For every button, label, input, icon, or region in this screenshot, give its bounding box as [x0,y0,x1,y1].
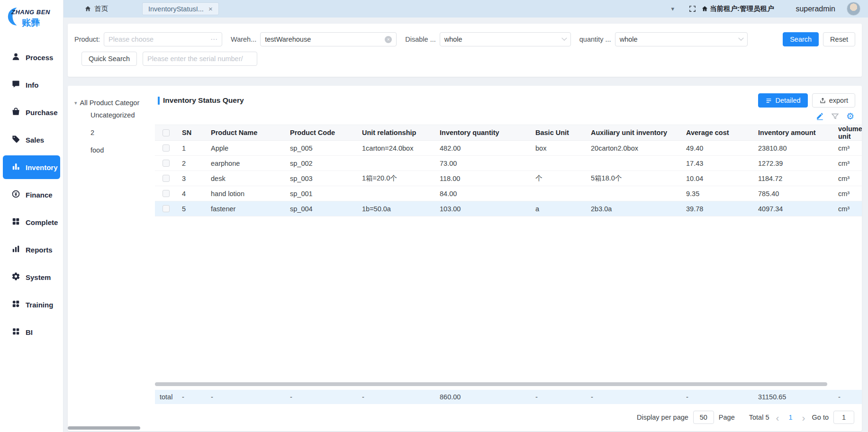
search-button[interactable]: Search [783,32,819,46]
column-header[interactable]: Basic Unit [531,129,586,136]
total-row: total - - - - 860.00 - - - 31150.65 - [155,390,862,404]
disable-status-value: whole [444,36,462,43]
quick-search-button[interactable]: Quick Search [81,52,137,66]
table-cell: 1b=50.0a [357,205,435,213]
row-checkbox[interactable] [163,190,170,197]
product-input[interactable] [108,36,210,43]
sidebar-item-sales[interactable]: Sales [3,128,60,152]
table-cell: box [531,144,586,152]
table-cell: 118.00 [435,175,531,182]
chevron-down-icon[interactable]: ▾ [671,5,675,12]
column-header[interactable]: Unit relationship [357,129,435,136]
home-nav[interactable]: 首页 [84,4,108,13]
tree-root-all-categories[interactable]: ▾ All Product Categor [74,99,155,107]
close-icon[interactable]: × [208,5,213,12]
detailed-button[interactable]: Detailed [758,93,807,108]
sidebar: ZHANG BEN 账彞 Process Info Purchase Sales… [0,0,63,432]
sidebar-item-inventory[interactable]: Inventory [3,155,60,179]
row-checkbox[interactable] [163,175,170,182]
brand-logo: ZHANG BEN 账彞 [0,0,63,42]
column-header[interactable]: Average cost [681,129,753,136]
table-cell: 9.35 [681,190,753,198]
tab-inventory-status[interactable]: InventoryStatusI... × [142,2,219,15]
total-cell: - [285,393,357,401]
tree-collapse-icon[interactable]: ▾ [74,100,77,106]
fullscreen-icon[interactable] [688,5,696,13]
column-header[interactable]: SN [177,129,206,136]
table-cell: 84.00 [435,190,531,198]
quantity-label: quantity ... [579,36,611,43]
warehouse-field[interactable]: × [260,32,397,46]
column-header[interactable]: volume unit [833,125,862,140]
chevron-down-icon [561,36,567,41]
reset-button[interactable]: Reset [823,32,855,46]
quantity-select[interactable]: whole [615,32,748,46]
filter-funnel-icon[interactable] [831,112,839,120]
row-checkbox[interactable] [163,205,170,212]
column-header[interactable]: Inventory quantity [435,129,531,136]
table-cell: 1carton=24.0box [357,144,435,152]
product-select[interactable]: ⋯ [104,32,222,46]
tree-item-uncategorized[interactable]: Uncategorized [74,107,155,124]
product-label: Product: [74,36,100,43]
sidebar-item-info[interactable]: Info [3,73,60,97]
home-label: 首页 [94,4,108,13]
edit-pen-icon[interactable] [816,112,824,120]
username[interactable]: superadmin [796,5,835,13]
tree-item-food[interactable]: food [74,142,155,159]
next-page-icon[interactable]: › [800,413,807,423]
table-row[interactable]: 4hand lotionsp_00184.009.35785.40cm³ [155,186,862,201]
warehouse-input[interactable] [265,36,382,43]
quick-search-field[interactable] [143,52,257,66]
table-row[interactable]: 2earphonesp_00273.0017.431272.39cm³ [155,156,862,171]
table-cell: cm³ [833,205,862,213]
yen-circle-icon [11,189,20,200]
clear-icon[interactable]: × [385,36,392,43]
row-checkbox[interactable] [163,160,170,167]
column-header[interactable]: Product Code [285,129,357,136]
current-page[interactable]: 1 [786,414,795,421]
quick-search-input[interactable] [147,55,253,63]
table-cell: earphone [206,160,285,167]
total-cell: - [531,393,586,401]
table-cell: 73.00 [435,160,531,167]
warehouse-label: Wareh... [231,36,256,43]
more-dots-icon[interactable]: ⋯ [210,35,217,44]
prev-page-icon[interactable]: ‹ [774,413,781,423]
tree-item-2[interactable]: 2 [74,124,155,142]
export-button[interactable]: export [812,93,855,108]
sidebar-item-system[interactable]: System [3,265,60,289]
page-size-input[interactable] [693,411,714,424]
sidebar-item-label: Info [26,81,39,89]
table-row[interactable]: 5fastenersp_0041b=50.0a103.00a2b3.0a39.7… [155,201,862,216]
avatar[interactable] [847,2,860,16]
table-row[interactable]: 3desksp_0031箱=20.0个118.00个5箱18.0个10.0411… [155,171,862,186]
sidebar-item-finance[interactable]: Finance [3,183,60,207]
row-checkbox[interactable] [163,144,170,152]
horizontal-scrollbar-thumb[interactable] [68,426,140,430]
sidebar-item-label: Purchase [26,108,58,117]
table-cell: sp_004 [285,205,357,213]
gear-icon [11,272,20,282]
column-settings-gear-icon[interactable]: ⚙ [846,112,854,121]
sidebar-item-purchase[interactable]: Purchase [3,100,60,124]
table-cell: 39.78 [681,205,753,213]
column-header[interactable]: Product Name [206,129,285,136]
sidebar-item-bi[interactable]: BI [3,320,60,344]
table-hscroll-thumb[interactable] [155,382,827,386]
grid-icon [11,327,20,337]
table-cell: sp_001 [285,190,357,198]
disable-status-select[interactable]: whole [440,32,571,46]
tenant-info: 当前租户:管理员租户 [701,4,774,13]
sidebar-item-reports[interactable]: Reports [3,238,60,261]
sidebar-item-training[interactable]: Training [3,293,60,316]
goto-page-input[interactable] [833,411,854,424]
disable-status-label: Disable ... [405,36,435,43]
sidebar-item-process[interactable]: Process [3,45,60,69]
sidebar-item-complete[interactable]: Complete [3,210,60,234]
chevron-down-icon [738,36,743,41]
table-row[interactable]: 1Applesp_0051carton=24.0box482.00box20ca… [155,141,862,156]
column-header[interactable]: Inventory amount [753,129,833,136]
column-header[interactable]: Auxiliary unit inventory [586,129,681,136]
select-all-checkbox[interactable] [163,129,170,136]
